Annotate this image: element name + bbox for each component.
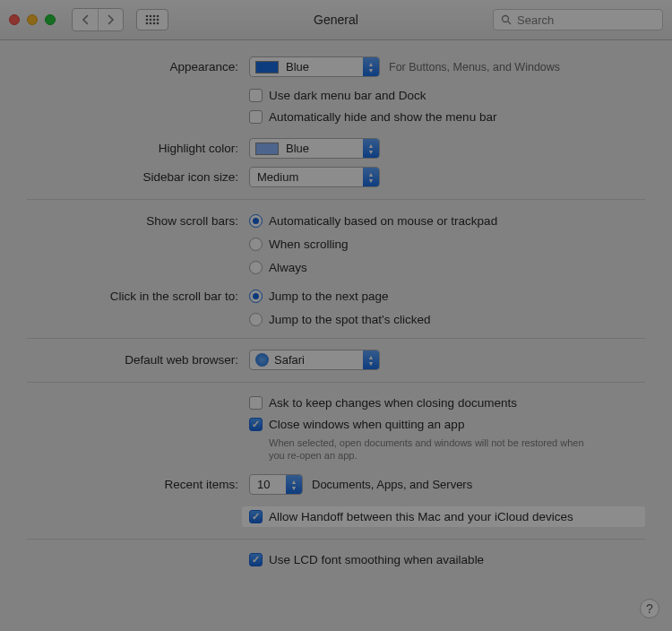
nav-buttons [72,8,124,31]
sidebar-icon-label: Sidebar icon size: [27,167,249,184]
scroll-click-label: Click in the scroll bar to: [27,286,249,303]
svg-point-9 [150,22,152,25]
highlight-select[interactable]: Blue ▲▼ [249,138,380,159]
scroll-auto-radio[interactable] [249,214,263,228]
svg-point-10 [153,22,156,25]
auto-hide-menu-bar-checkbox[interactable] [249,110,263,124]
dark-menu-bar-label: Use dark menu bar and Dock [269,89,426,102]
recent-items-label: Recent items: [27,474,249,491]
ask-to-keep-label: Ask to keep changes when closing documen… [269,396,517,410]
search-icon [501,14,512,25]
highlight-value: Blue [284,142,314,155]
browser-value: Safari [272,353,310,367]
close-windows-checkbox[interactable] [249,418,263,431]
svg-point-3 [157,15,159,18]
svg-line-13 [508,22,511,24]
scroll-always-radio[interactable] [249,261,263,274]
forward-button[interactable] [98,9,123,30]
svg-point-4 [146,19,149,22]
handoff-row: Allow Handoff between this Mac and your … [242,506,645,527]
content: Appearance: Blue ▲▼ For Buttons, Menus, … [0,40,672,595]
updown-icon: ▲▼ [363,139,379,158]
close-windows-hint: When selected, open documents and window… [269,437,591,462]
browser-select[interactable]: Safari ▲▼ [249,350,380,370]
scroll-auto-label: Automatically based on mouse or trackpad [269,214,497,228]
svg-point-2 [153,15,156,18]
scroll-when-scrolling-label: When scrolling [269,238,349,251]
traffic-lights [9,14,56,25]
recent-items-select[interactable]: 10 ▲▼ [249,474,303,495]
svg-point-12 [503,16,509,22]
close-windows-label: Close windows when quitting an app [269,418,464,431]
appearance-label: Appearance: [27,56,249,73]
divider [27,382,645,383]
highlight-swatch [255,143,279,155]
svg-point-7 [157,19,159,22]
back-button[interactable] [73,9,98,30]
updown-icon: ▲▼ [363,350,379,369]
appearance-value: Blue [284,60,314,73]
handoff-label: Allow Handoff between this Mac and your … [269,510,573,523]
svg-point-8 [146,22,149,25]
safari-icon [255,353,269,367]
divider [27,338,645,339]
svg-point-11 [157,22,159,25]
scroll-always-label: Always [269,261,307,274]
updown-icon: ▲▼ [363,168,379,186]
scroll-when-scrolling-radio[interactable] [249,238,263,251]
titlebar: General Search [0,0,672,40]
recent-items-value: 10 [250,478,275,491]
jump-spot-radio[interactable] [249,313,263,326]
handoff-checkbox[interactable] [249,510,263,523]
close-window-button[interactable] [9,14,20,25]
jump-spot-label: Jump to the spot that's clicked [269,313,430,326]
svg-point-1 [150,15,152,18]
appearance-swatch [255,61,279,73]
svg-point-0 [146,15,149,18]
appearance-select[interactable]: Blue ▲▼ [249,56,380,77]
help-button[interactable]: ? [640,599,659,618]
show-all-button[interactable] [136,9,168,30]
updown-icon: ▲▼ [286,475,302,494]
auto-hide-menu-bar-label: Automatically hide and show the menu bar [269,110,496,124]
svg-point-6 [153,19,156,22]
browser-label: Default web browser: [27,350,249,367]
svg-point-5 [150,19,152,22]
divider [27,539,645,540]
lcd-smoothing-checkbox[interactable] [249,553,263,566]
appearance-hint: For Buttons, Menus, and Windows [389,61,560,73]
updown-icon: ▲▼ [363,57,379,76]
jump-next-page-radio[interactable] [249,290,263,303]
sidebar-icon-value: Medium [250,170,304,184]
search-field[interactable]: Search [493,9,663,30]
recent-items-suffix: Documents, Apps, and Servers [312,478,472,491]
dark-menu-bar-checkbox[interactable] [249,89,263,102]
lcd-smoothing-label: Use LCD font smoothing when available [269,553,484,566]
highlight-label: Highlight color: [27,138,249,155]
scroll-bars-label: Show scroll bars: [27,211,249,228]
zoom-window-button[interactable] [45,14,56,25]
sidebar-icon-select[interactable]: Medium ▲▼ [249,167,380,187]
divider [27,199,645,200]
minimize-window-button[interactable] [27,14,38,25]
jump-next-page-label: Jump to the next page [269,290,389,303]
search-placeholder: Search [517,13,554,27]
ask-to-keep-checkbox[interactable] [249,396,263,410]
